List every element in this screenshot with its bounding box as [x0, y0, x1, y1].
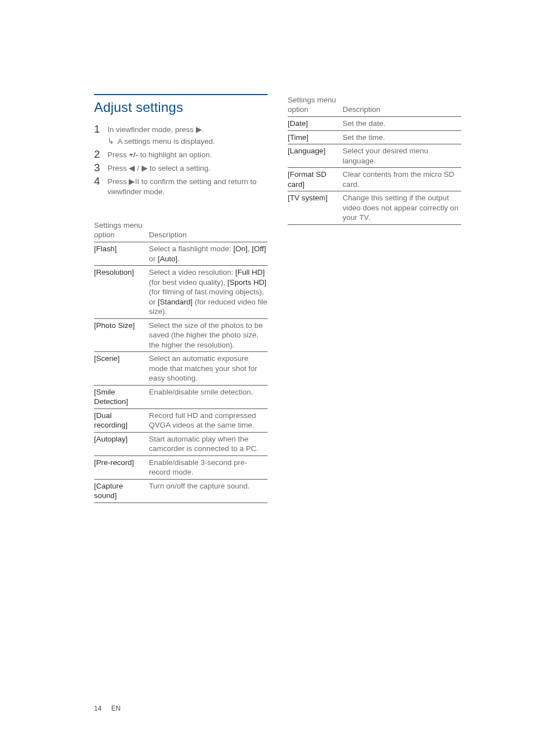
left-column: Adjust settings 1 In viewfinder mode, pr… [94, 94, 268, 503]
setting-description: Select the size of the photos to be save… [149, 318, 268, 352]
setting-label: [Smile Detection] [94, 385, 149, 408]
step-1: 1 In viewfinder mode, press ▶. [94, 123, 268, 135]
setting-description: Set the date. [343, 117, 461, 131]
step-text: In viewfinder mode, press ▶. [107, 123, 204, 135]
step-text: Press ◀ / ▶ to select a setting. [107, 162, 210, 173]
table-row: [Pre-record]Enable/disable 3-second pre-… [94, 456, 268, 479]
step-1-sub: ↳ A settings menu is displayed. [107, 137, 268, 146]
settings-table-2: Settings menu option Description [Date]S… [288, 94, 461, 225]
step-text-part: In viewfinder mode, press [107, 125, 196, 134]
step-text-part: to highlight an option. [138, 151, 212, 159]
table-row: [Language]Select your desired menu langu… [288, 144, 461, 168]
setting-label: [Autoplay] [94, 432, 149, 456]
option-value: [Off] [252, 245, 266, 253]
table-row: [Smile Detection]Enable/disable smile de… [94, 385, 268, 408]
step-2: 2 Press +/- to highlight an option. [94, 148, 268, 161]
left-right-icon: ◀ / ▶ [129, 164, 147, 172]
table-row: [Capture sound]Turn on/off the capture s… [94, 479, 268, 503]
arrow-icon: ↳ [107, 137, 118, 146]
setting-description: Select an automatic exposure mode that m… [149, 352, 268, 386]
option-value: [On] [233, 245, 248, 253]
table-row: [Date]Set the date. [288, 117, 461, 131]
setting-description: Select a video resolution: [Full HD] (fo… [149, 266, 268, 319]
setting-description: Start automatic play when the camcorder … [149, 432, 268, 456]
setting-description: Clear contents from the micro SD card. [343, 168, 461, 191]
setting-description: Select your desired menu language. [343, 144, 461, 168]
table-head-left: Settings menu option [94, 219, 149, 242]
page-content: Adjust settings 1 In viewfinder mode, pr… [0, 0, 534, 503]
setting-description: Enable/disable 3-second pre-record mode. [149, 456, 268, 479]
table-row: [Resolution]Select a video resolution: [… [94, 266, 268, 319]
step-bold: +/- [129, 151, 138, 159]
setting-label: [Photo Size] [94, 318, 149, 352]
option-value: [Standard] [158, 298, 193, 306]
setting-description: Turn on/off the capture sound. [149, 479, 268, 503]
step-text-part: Press [107, 177, 129, 186]
setting-label: [Pre-record] [94, 456, 149, 479]
table-row: [Time]Set the time. [288, 130, 461, 144]
table-row: [Format SD card]Clear contents from the … [288, 168, 461, 191]
setting-label: [TV system] [288, 191, 343, 225]
play-pause-icon: ▶II [129, 177, 139, 186]
step-number: 4 [94, 175, 107, 187]
table-row: [Flash]Select a flashlight mode: [On], [… [94, 242, 268, 266]
table-row: [TV system]Change this setting if the ou… [288, 191, 461, 225]
step-text-part: . [202, 125, 204, 134]
step-text-part: Press [107, 164, 129, 172]
step-text: Press ▶II to confirm the setting and ret… [107, 175, 268, 197]
page-lang: EN [111, 705, 121, 712]
option-value: [Full HD] [236, 268, 265, 276]
table-row: [Autoplay]Start automatic play when the … [94, 432, 268, 456]
step-number: 1 [94, 123, 107, 135]
section-title: Adjust settings [94, 94, 268, 115]
table-row: [Dual recording]Record full HD and compr… [94, 408, 268, 432]
setting-description: Set the time. [343, 130, 461, 144]
setting-label: [Capture sound] [94, 479, 149, 503]
settings-table-1: Settings menu option Description [Flash]… [94, 219, 268, 503]
setting-description: Enable/disable smile detection. [149, 385, 268, 408]
step-4: 4 Press ▶II to confirm the setting and r… [94, 175, 268, 197]
table-head-right: Description [343, 94, 461, 117]
setting-label: [Scene] [94, 352, 149, 386]
step-sub-text: A settings menu is displayed. [118, 137, 215, 146]
setting-label: [Language] [288, 144, 343, 168]
step-text-part: Press [107, 151, 129, 159]
play-icon: ▶ [196, 125, 202, 134]
setting-label: [Format SD card] [288, 168, 343, 191]
setting-description: Change this setting if the output video … [343, 191, 461, 225]
table-row: [Scene]Select an automatic exposure mode… [94, 352, 268, 386]
page-footer: 14 EN [94, 705, 120, 712]
right-column: Settings menu option Description [Date]S… [288, 94, 461, 503]
setting-label: [Flash] [94, 242, 149, 266]
setting-description: Record full HD and compressed QVGA video… [149, 408, 268, 432]
setting-label: [Resolution] [94, 266, 149, 319]
option-value: [Sports HD] [227, 278, 266, 287]
setting-label: [Time] [288, 130, 343, 144]
step-number: 3 [94, 162, 107, 174]
step-text: Press +/- to highlight an option. [107, 148, 212, 160]
steps-list: 1 In viewfinder mode, press ▶. ↳ A setti… [94, 123, 268, 197]
page-number: 14 [94, 705, 101, 712]
table-row: [Photo Size]Select the size of the photo… [94, 318, 268, 352]
table-head-right: Description [149, 219, 268, 242]
option-value: [Auto] [158, 255, 177, 263]
table1-body: [Flash]Select a flashlight mode: [On], [… [94, 242, 268, 503]
setting-label: [Date] [288, 117, 343, 131]
step-number: 2 [94, 148, 107, 161]
table2-body: [Date]Set the date.[Time]Set the time.[L… [288, 117, 461, 225]
step-3: 3 Press ◀ / ▶ to select a setting. [94, 162, 268, 174]
step-text-part: to select a setting. [148, 164, 211, 172]
setting-description: Select a flashlight mode: [On], [Off] or… [149, 242, 268, 266]
table-head-left: Settings menu option [288, 94, 343, 117]
setting-label: [Dual recording] [94, 408, 149, 432]
